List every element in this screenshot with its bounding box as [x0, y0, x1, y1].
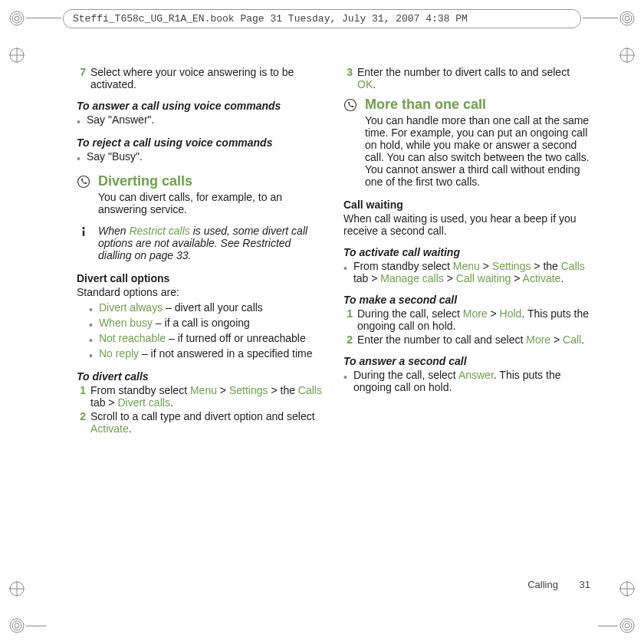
menu-label: Activate — [523, 272, 561, 284]
registration-mark-icon — [618, 9, 636, 28]
sub-heading: To reject a call using voice commands — [77, 136, 324, 149]
step-text: From standby select Menu > Settings > th… — [90, 384, 324, 409]
crop-mark — [26, 18, 46, 18]
document-header: Steffi_T658c_UG_R1A_EN.book Page 31 Tues… — [63, 9, 581, 28]
registration-mark-icon — [8, 9, 26, 28]
step-number: 2 — [77, 410, 86, 435]
bullet-icon: • — [89, 332, 93, 346]
sub-heading: To activate call waiting — [343, 246, 590, 258]
info-icon — [77, 225, 92, 241]
menu-label: Activate — [90, 422, 129, 435]
phone-icon — [343, 97, 359, 114]
footer-section: Calling — [527, 579, 558, 590]
sub-heading: To divert calls — [77, 370, 324, 383]
crosshair-icon — [618, 580, 636, 598]
menu-label: Settings — [492, 260, 531, 272]
bullet-text: During the call, select Answer. This put… — [353, 369, 590, 393]
section-intro: You can divert calls, for example, to an… — [98, 191, 324, 215]
bullet-text: From standby select Menu > Settings > th… — [353, 260, 590, 284]
menu-label: OK — [357, 78, 373, 90]
crop-mark — [26, 626, 46, 626]
step-text: Enter the number to divert calls to and … — [357, 66, 590, 90]
menu-label: Divert always — [99, 301, 163, 314]
svg-point-1 — [12, 14, 21, 23]
option-item: •Not reachable – if turned off or unreac… — [89, 332, 324, 346]
crosshair-icon — [618, 46, 636, 64]
sub-heading: To make a second call — [343, 294, 590, 306]
menu-label: Call — [563, 334, 581, 346]
menu-label: Settings — [229, 384, 268, 396]
page-number: 31 — [580, 579, 590, 590]
step-number: 2 — [343, 334, 353, 346]
step-item: 2 Enter the number to call and select Mo… — [343, 334, 590, 346]
option-item: •Divert always – divert all your calls — [89, 301, 324, 315]
menu-label: More — [463, 307, 488, 320]
sub-heading: To answer a second call — [343, 355, 590, 367]
right-column: 3 Enter the number to divert calls to an… — [343, 66, 590, 436]
svg-point-17 — [15, 623, 19, 628]
svg-point-22 — [623, 621, 632, 630]
crop-mark — [598, 18, 618, 18]
bullet-icon: • — [343, 260, 347, 284]
step-text: Scroll to a call type and divert option … — [90, 410, 324, 435]
menu-label: Divert calls — [117, 396, 169, 409]
menu-label: More — [526, 334, 550, 346]
menu-label: Manage calls — [380, 272, 444, 284]
step-item: 7 Select where your voice answering is t… — [77, 66, 324, 90]
menu-label: No reply — [99, 347, 139, 360]
option-item: •No reply – if not answered in a specifi… — [89, 347, 324, 361]
document-filename: Steffi_T658c_UG_R1A_EN.book Page 31 Tues… — [73, 13, 468, 25]
bullet-item: • Say "Busy". — [77, 150, 324, 164]
bullet-icon: • — [89, 317, 93, 330]
step-number: 1 — [77, 384, 86, 409]
bullet-icon: • — [343, 369, 347, 393]
step-text: Enter the number to call and select More… — [357, 334, 590, 346]
bullet-text: Say "Busy". — [87, 150, 324, 164]
step-text: During the call, select More > Hold. Thi… — [357, 307, 590, 332]
left-column: 7 Select where your voice answering is t… — [77, 66, 324, 436]
svg-point-23 — [625, 623, 629, 628]
step-item: 1 From standby select Menu > Settings > … — [77, 384, 324, 409]
sub-heading: To answer a call using voice commands — [77, 100, 324, 112]
step-text: Select where your voice answering is to … — [90, 66, 324, 90]
menu-label: Menu — [453, 260, 480, 272]
step-item: 1 During the call, select More > Hold. T… — [343, 307, 590, 332]
option-item: •When busy – if a call is ongoing — [89, 317, 324, 330]
svg-point-8 — [625, 16, 629, 21]
svg-point-24 — [78, 176, 90, 188]
bullet-text: Say "Answer". — [87, 113, 324, 127]
svg-point-25 — [82, 227, 84, 229]
menu-label: Hold — [500, 307, 522, 320]
registration-mark-icon — [8, 616, 26, 635]
menu-label: Calls — [561, 260, 585, 272]
menu-label: Menu — [190, 384, 217, 396]
menu-label: Calls — [298, 384, 322, 396]
section-title: More than one call — [365, 97, 590, 113]
note: When Restrict calls is used, some divert… — [77, 225, 324, 261]
step-item: 2 Scroll to a call type and divert optio… — [77, 410, 324, 435]
step-number: 3 — [343, 66, 353, 90]
crop-mark — [598, 626, 618, 626]
note-text: When Restrict calls is used, some divert… — [98, 225, 324, 261]
crop-mark — [46, 18, 61, 18]
sub-heading: Call waiting — [343, 199, 590, 211]
bullet-item: • During the call, select Answer. This p… — [343, 369, 590, 393]
menu-label: Answer — [458, 369, 494, 381]
svg-point-7 — [623, 14, 632, 23]
step-item: 3 Enter the number to divert calls to an… — [343, 66, 590, 90]
menu-label: When busy — [99, 317, 153, 329]
menu-label: Call waiting — [456, 272, 511, 284]
options-heading: Divert call options — [77, 272, 324, 284]
step-number: 7 — [77, 66, 86, 90]
bullet-icon: • — [89, 301, 93, 315]
section: Diverting calls You can divert calls, fo… — [77, 173, 324, 215]
bullet-item: • Say "Answer". — [77, 113, 324, 127]
bullet-item: • From standby select Menu > Settings > … — [343, 260, 590, 284]
svg-rect-26 — [83, 231, 85, 237]
step-number: 1 — [343, 307, 353, 332]
crop-mark — [583, 18, 598, 18]
bullet-icon: • — [77, 113, 80, 127]
crosshair-icon — [8, 46, 26, 64]
svg-point-27 — [345, 100, 356, 111]
page-footer: Calling 31 — [527, 579, 590, 590]
